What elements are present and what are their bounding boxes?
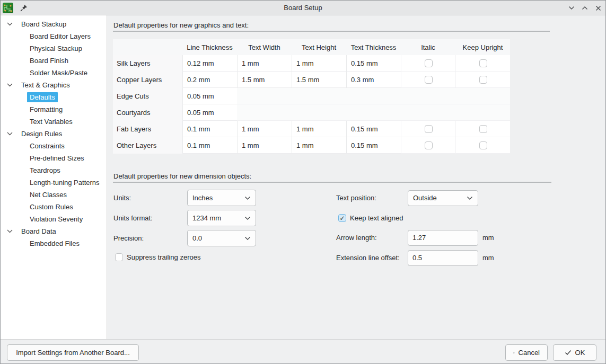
table-cell-line-thickness[interactable]: 0.1 mm: [182, 137, 237, 154]
text-position-label: Text position:: [336, 194, 376, 202]
precision-dropdown[interactable]: 0.0: [187, 230, 256, 246]
table-cell-text-width[interactable]: 1 mm: [237, 137, 292, 154]
chevron-down-icon[interactable]: [6, 22, 13, 26]
italic-checkbox[interactable]: [425, 141, 433, 149]
close-icon[interactable]: [594, 4, 602, 12]
chevron-down-icon: [244, 196, 251, 200]
arrow-length-label: Arrow length:: [336, 234, 377, 242]
sidebar-item-label: Length-tuning Patterns: [27, 177, 102, 188]
graphics-defaults-table: Line Thickness Text Width Text Height Te…: [113, 39, 510, 154]
sidebar-item-label: Design Rules: [19, 129, 65, 139]
row-label: Silk Layers: [113, 55, 182, 72]
table-header-cell: Text Thickness: [346, 39, 401, 55]
table-cell-text-height[interactable]: 1.5 mm: [292, 72, 346, 88]
row-label: Fab Layers: [113, 121, 182, 137]
dimensions-section-heading: Default properties for new dimension obj…: [113, 172, 251, 180]
table-cell-line-thickness[interactable]: 0.2 mm: [182, 72, 237, 88]
table-cell-line-thickness[interactable]: 0.05 mm: [182, 88, 237, 104]
sidebar-item-embedded-files[interactable]: Embedded Files: [1, 237, 107, 250]
sidebar-item-violation-severity[interactable]: Violation Severity: [1, 213, 107, 225]
pin-icon[interactable]: [20, 4, 28, 12]
text-position-label-row: Text position:: [336, 190, 376, 206]
extension-line-offset-label: Extension line offset:: [336, 254, 400, 262]
sidebar-item-constraints[interactable]: Constraints: [1, 140, 107, 152]
sidebar-item-physical-stackup[interactable]: Physical Stackup: [1, 42, 107, 55]
sidebar-item-defaults[interactable]: Defaults: [1, 91, 107, 103]
sidebar-item-custom-rules[interactable]: Custom Rules: [1, 201, 107, 213]
sidebar-item-label: Board Editor Layers: [27, 31, 93, 41]
table-cell-text-thickness[interactable]: 0.15 mm: [346, 137, 401, 154]
sidebar-item-board-finish[interactable]: Board Finish: [1, 55, 107, 67]
sidebar-item-board-editor-layers[interactable]: Board Editor Layers: [1, 30, 107, 42]
italic-checkbox-cell: [401, 137, 455, 154]
units-row: Inches: [187, 190, 256, 206]
chevron-down-icon[interactable]: [6, 83, 13, 87]
table-cell-text-width[interactable]: 1 mm: [237, 55, 292, 72]
italic-checkbox[interactable]: [425, 76, 433, 84]
maximize-icon[interactable]: [581, 4, 589, 12]
import-settings-button[interactable]: Import Settings from Another Board...: [7, 344, 139, 361]
units-dropdown[interactable]: Inches: [187, 190, 256, 206]
table-cell-text-width[interactable]: 1.5 mm: [237, 72, 292, 88]
table-cell-line-thickness[interactable]: 0.05 mm: [182, 104, 237, 121]
italic-checkbox-cell: [401, 55, 455, 72]
text-position-value: Outside: [413, 194, 437, 202]
board-setup-dialog: Board Setup Board Stackup Board Editor L…: [0, 0, 606, 364]
ok-button[interactable]: OK: [553, 344, 596, 361]
extension-line-offset-label-row: Extension line offset:: [336, 250, 400, 266]
sidebar-item-label: Board Data: [19, 226, 59, 236]
chevron-down-icon: [244, 216, 251, 220]
table-cell-line-thickness[interactable]: 0.1 mm: [182, 121, 237, 137]
units-format-dropdown[interactable]: 1234 mm: [187, 210, 256, 226]
table-cell-text-thickness[interactable]: 0.15 mm: [346, 55, 401, 72]
italic-checkbox-cell: [401, 121, 455, 137]
section-divider: [113, 31, 550, 32]
sidebar-item-solder-mask-paste[interactable]: Solder Mask/Paste: [1, 67, 107, 79]
table-cell-text-height[interactable]: 1 mm: [292, 121, 346, 137]
arrow-length-label-row: Arrow length:: [336, 229, 377, 246]
table-cell-text-height[interactable]: 1 mm: [292, 55, 346, 72]
sidebar-item-label: Physical Stackup: [27, 43, 85, 54]
sidebar-item-text-variables[interactable]: Text Variables: [1, 116, 107, 128]
table-cell-line-thickness[interactable]: 0.12 mm: [182, 55, 237, 72]
keep-text-aligned-label: Keep text aligned: [350, 214, 403, 222]
sidebar-item-board-stackup[interactable]: Board Stackup: [1, 18, 107, 30]
sidebar-item-label: Board Stackup: [19, 19, 69, 29]
sidebar-item-net-classes[interactable]: Net Classes: [1, 189, 107, 201]
keep-upright-checkbox[interactable]: [479, 141, 487, 149]
arrow-length-input[interactable]: [408, 230, 478, 246]
defaults-panel: Default properties for new graphics and …: [107, 15, 605, 339]
sidebar-item-formatting[interactable]: Formatting: [1, 103, 107, 116]
table-cell-text-height[interactable]: 1 mm: [292, 137, 346, 154]
sidebar-item-teardrops[interactable]: Teardrops: [1, 164, 107, 176]
window-title: Board Setup: [1, 4, 605, 12]
suppress-trailing-zeroes-checkbox[interactable]: [115, 253, 123, 261]
chevron-down-icon[interactable]: [6, 229, 13, 233]
precision-value: 0.0: [192, 234, 202, 242]
keep-upright-checkbox[interactable]: [479, 76, 487, 84]
sidebar-item-design-rules[interactable]: Design Rules: [1, 128, 107, 140]
cancel-button[interactable]: Cancel: [505, 344, 548, 361]
table-cell-text-thickness[interactable]: 0.15 mm: [346, 121, 401, 137]
sidebar-item-label: Defaults: [27, 92, 58, 102]
sidebar-item-board-data[interactable]: Board Data: [1, 225, 107, 237]
text-position-dropdown[interactable]: Outside: [408, 190, 478, 206]
extension-line-offset-input[interactable]: [408, 250, 478, 266]
keep-upright-checkbox-cell: [455, 121, 510, 137]
shade-icon[interactable]: [567, 4, 576, 12]
sidebar-item-text-graphics[interactable]: Text & Graphics: [1, 79, 107, 91]
italic-checkbox[interactable]: [425, 59, 433, 67]
units-format-row: 1234 mm: [187, 210, 256, 226]
keep-upright-checkbox[interactable]: [479, 125, 487, 133]
italic-checkbox[interactable]: [425, 125, 433, 133]
keep-text-aligned-checkbox[interactable]: [338, 214, 346, 222]
keep-upright-checkbox[interactable]: [479, 59, 487, 67]
title-bar[interactable]: Board Setup: [1, 1, 605, 15]
chevron-down-icon: [244, 236, 251, 241]
table-cell-text-thickness[interactable]: 0.3 mm: [346, 72, 401, 88]
sidebar-item-length-tuning-patterns[interactable]: Length-tuning Patterns: [1, 176, 107, 189]
sidebar-item-pre-defined-sizes[interactable]: Pre-defined Sizes: [1, 152, 107, 164]
table-cell-text-width[interactable]: 1 mm: [237, 121, 292, 137]
sidebar-item-label: Net Classes: [27, 190, 69, 200]
chevron-down-icon[interactable]: [6, 132, 13, 136]
